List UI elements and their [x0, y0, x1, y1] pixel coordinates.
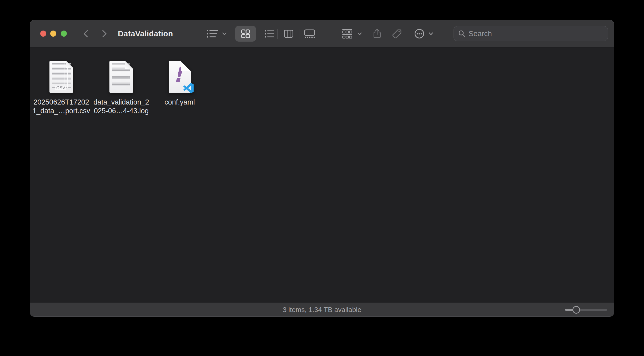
- page-fold: [66, 61, 73, 68]
- vscode-logo-icon: [183, 83, 194, 93]
- toolbar-divider: [277, 29, 278, 39]
- share-icon: [373, 29, 381, 38]
- forward-button[interactable]: [102, 30, 107, 37]
- list-view-button[interactable]: [265, 30, 274, 38]
- more-options-chevron[interactable]: [429, 32, 433, 35]
- list-indent-icon: [207, 29, 218, 39]
- log-file-icon: [109, 61, 133, 93]
- column-view-button[interactable]: [284, 30, 293, 38]
- group-chevron[interactable]: [358, 32, 362, 35]
- file-name: 20250626T17202 1_data_…port.csv: [32, 98, 90, 115]
- gallery-view-button[interactable]: [304, 29, 315, 38]
- grid-view-button[interactable]: [241, 29, 250, 38]
- gallery-view-icon: [304, 29, 315, 38]
- file-item-yaml[interactable]: ! conf.yaml: [150, 60, 209, 107]
- chevron-left-icon: [83, 30, 88, 37]
- back-button[interactable]: [83, 30, 88, 37]
- file-area: CSV 20250626T17202 1_data_…port.csv data…: [30, 48, 614, 303]
- file-item-log[interactable]: data_validation_2 025-06…4-43.log: [92, 60, 151, 115]
- close-button[interactable]: [40, 31, 46, 37]
- window-title: DataValidation: [118, 20, 173, 47]
- more-options-button[interactable]: [414, 29, 424, 39]
- search-input[interactable]: [469, 29, 604, 38]
- minimize-button[interactable]: [50, 31, 56, 37]
- finder-window: DataValidation: [30, 20, 614, 317]
- grid-view-icon: [241, 29, 250, 38]
- page-fold: [125, 61, 133, 69]
- chevron-down-icon: [222, 32, 227, 35]
- share-button[interactable]: [373, 29, 381, 38]
- list-view-icon: [265, 30, 274, 38]
- yaml-file-icon: !: [169, 61, 191, 93]
- tag-icon: [392, 29, 401, 38]
- toolbar-divider: [299, 29, 299, 39]
- file-name: conf.yaml: [164, 98, 195, 107]
- search-field: [454, 26, 608, 41]
- chevron-down-icon: [358, 32, 362, 35]
- toolbar: DataValidation: [30, 20, 614, 47]
- icon-size-slider-thumb[interactable]: [572, 306, 580, 314]
- search-icon: [458, 30, 465, 37]
- group-items-icon: [342, 29, 352, 39]
- csv-badge-text: CSV: [55, 86, 66, 90]
- status-bar: 3 items, 1.34 TB available: [30, 303, 614, 317]
- zoom-button[interactable]: [61, 31, 67, 37]
- chevron-down-icon: [429, 32, 433, 35]
- csv-file-icon: CSV: [49, 61, 73, 93]
- file-item-csv[interactable]: CSV 20250626T17202 1_data_…port.csv: [32, 60, 91, 115]
- icon-size-slider-track[interactable]: [565, 309, 607, 311]
- group-button[interactable]: [342, 29, 352, 39]
- tags-button[interactable]: [392, 29, 401, 38]
- view-options-button[interactable]: [207, 29, 218, 39]
- chevron-right-icon: [102, 30, 107, 37]
- status-text: 3 items, 1.34 TB available: [30, 303, 614, 317]
- view-options-chevron[interactable]: [222, 32, 227, 35]
- ellipsis-circle-icon: [414, 29, 424, 39]
- column-view-icon: [284, 30, 293, 38]
- file-name: data_validation_2 025-06…4-43.log: [93, 98, 149, 115]
